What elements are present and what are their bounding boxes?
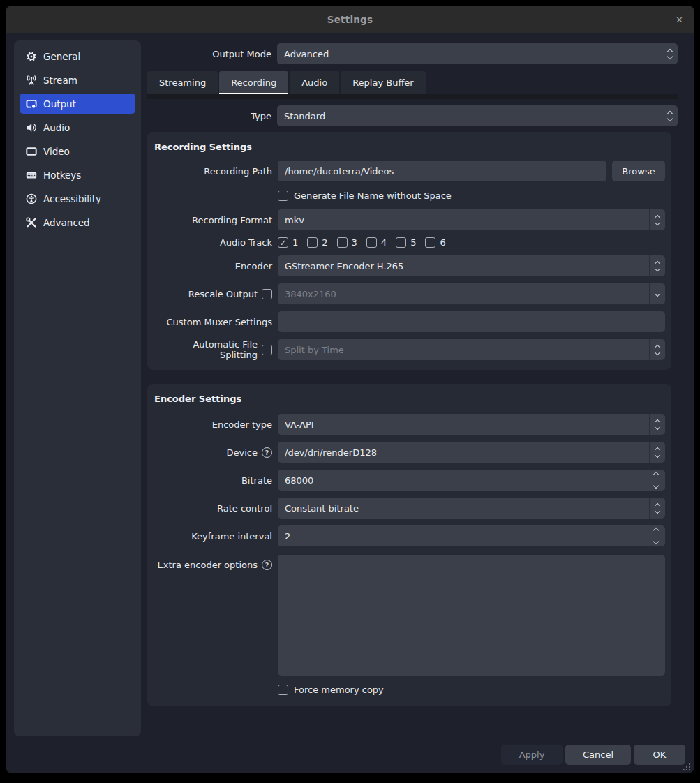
recording-path-input[interactable]: /home/ducoterra/Videos (278, 161, 606, 181)
title-bar: Settings ✕ (6, 6, 694, 33)
rescale-output-row: Rescale Output 3840x2160 (154, 283, 665, 304)
bitrate-spinner[interactable]: 68000 (278, 470, 665, 491)
output-mode-row: Output Mode Advanced (147, 43, 678, 64)
help-icon[interactable]: ? (262, 560, 272, 570)
speaker-icon (26, 122, 37, 133)
sidebar-item-label: Stream (43, 75, 77, 86)
sidebar-item-audio[interactable]: Audio (20, 117, 135, 137)
browse-button[interactable]: Browse (612, 161, 665, 181)
tab-replay-buffer[interactable]: Replay Buffer (341, 71, 426, 94)
recording-format-value: mkv (285, 215, 304, 225)
dropdown-arrows-icon (649, 209, 665, 230)
type-value: Standard (284, 111, 325, 121)
type-label: Type (147, 111, 271, 121)
cancel-button[interactable]: Cancel (565, 745, 631, 765)
tab-recording[interactable]: Recording (219, 71, 288, 94)
audio-track-5[interactable]: 5 (396, 237, 416, 248)
recording-path-label: Recording Path (154, 166, 272, 177)
audio-track-6[interactable]: 6 (425, 237, 445, 248)
force-memory-copy-label: Force memory copy (294, 685, 384, 695)
generate-no-space-checkbox[interactable] (278, 191, 288, 201)
output-mode-label: Output Mode (147, 49, 271, 59)
audio-track-2-checkbox[interactable] (307, 237, 318, 248)
bitrate-value: 68000 (285, 475, 313, 486)
spinner-arrows-icon[interactable] (648, 470, 664, 491)
recording-path-value: /home/ducoterra/Videos (285, 166, 394, 177)
spinner-arrows-icon[interactable] (648, 525, 664, 546)
audio-track-row: Audio Track ✓1 2 3 4 5 6 (154, 237, 665, 248)
audio-track-5-checkbox[interactable] (396, 237, 406, 248)
auto-file-splitting-row: Automatic File Splitting Split by Time (154, 339, 665, 360)
tab-streaming[interactable]: Streaming (147, 71, 218, 94)
rescale-output-checkbox[interactable] (262, 289, 272, 299)
panel-title: Encoder Settings (154, 394, 665, 404)
bitrate-row: Bitrate 68000 (154, 470, 665, 491)
encoder-row: Encoder GStreamer Encoder H.265 (154, 255, 665, 276)
recording-format-row: Recording Format mkv (154, 209, 665, 230)
broadcast-icon (26, 75, 37, 86)
type-select[interactable]: Standard (277, 105, 678, 126)
sidebar-item-label: Accessibility (43, 193, 101, 204)
split-mode-select: Split by Time (278, 339, 665, 360)
sidebar-item-hotkeys[interactable]: Hotkeys (20, 165, 135, 185)
extra-encoder-options-label: Extra encoder options (158, 560, 258, 570)
audio-track-3-checkbox[interactable] (337, 237, 348, 248)
settings-sidebar: General Stream Output Audio Video Hotkey… (14, 40, 141, 736)
tab-strip (147, 94, 678, 99)
sidebar-item-video[interactable]: Video (20, 141, 135, 161)
custom-muxer-row: Custom Muxer Settings (154, 311, 665, 332)
accessibility-icon (26, 193, 37, 204)
generate-no-space-label: Generate File Name without Space (294, 191, 452, 201)
audio-track-4-checkbox[interactable] (366, 237, 377, 248)
rescale-output-label: Rescale Output (188, 289, 258, 299)
keyframe-interval-label: Keyframe interval (154, 531, 272, 542)
sidebar-item-general[interactable]: General (20, 46, 135, 66)
encoder-type-label: Encoder type (154, 419, 272, 430)
output-settings-page: Output Mode Advanced Streaming Recording… (147, 40, 678, 706)
output-icon (26, 98, 37, 110)
apply-button[interactable]: Apply (501, 745, 563, 765)
close-icon[interactable]: ✕ (676, 15, 683, 24)
audio-track-1-checkbox[interactable]: ✓ (278, 237, 288, 248)
audio-track-1[interactable]: ✓1 (278, 237, 298, 248)
dropdown-arrows-icon (662, 105, 678, 126)
audio-track-3[interactable]: 3 (337, 237, 357, 248)
encoder-select[interactable]: GStreamer Encoder H.265 (278, 255, 665, 276)
generate-no-space-row: Generate File Name without Space (154, 191, 665, 201)
dropdown-arrow-icon (649, 283, 665, 304)
keyframe-interval-spinner[interactable]: 2 (278, 525, 665, 546)
sidebar-item-accessibility[interactable]: Accessibility (20, 188, 135, 209)
auto-file-splitting-checkbox[interactable] (262, 345, 272, 355)
encoder-settings-panel: Encoder Settings Encoder type VA-API Dev… (147, 384, 671, 706)
custom-muxer-label: Custom Muxer Settings (154, 317, 272, 327)
monitor-icon (26, 146, 37, 157)
device-row: Device ? /dev/dri/renderD128 (154, 442, 665, 463)
audio-track-4[interactable]: 4 (366, 237, 387, 248)
sidebar-item-advanced[interactable]: Advanced (20, 212, 135, 232)
help-icon[interactable]: ? (262, 447, 272, 458)
encoder-type-select[interactable]: VA-API (278, 414, 665, 435)
device-value: /dev/dri/renderD128 (285, 447, 377, 458)
extra-encoder-options-textarea[interactable] (278, 555, 665, 676)
auto-file-splitting-label: Automatic File Splitting (154, 339, 258, 360)
dialog-footer: Apply Cancel OK (501, 745, 685, 765)
device-select[interactable]: /dev/dri/renderD128 (278, 442, 665, 463)
force-memory-copy-checkbox[interactable] (278, 685, 288, 695)
tab-audio[interactable]: Audio (290, 71, 339, 94)
audio-track-2[interactable]: 2 (307, 237, 327, 248)
audio-track-6-checkbox[interactable] (425, 237, 435, 248)
output-tabs: Streaming Recording Audio Replay Buffer (147, 71, 678, 94)
recording-format-select[interactable]: mkv (278, 209, 665, 230)
sidebar-item-stream[interactable]: Stream (20, 70, 135, 90)
rescale-resolution-select: 3840x2160 (278, 283, 665, 304)
resize-grip[interactable] (683, 763, 691, 771)
dropdown-arrows-icon (649, 498, 665, 519)
sidebar-item-output[interactable]: Output (20, 94, 135, 114)
custom-muxer-input[interactable] (278, 311, 665, 332)
sidebar-item-label: Advanced (43, 217, 90, 228)
output-mode-select[interactable]: Advanced (277, 43, 678, 64)
ok-button[interactable]: OK (634, 745, 685, 765)
audio-track-label: Audio Track (154, 237, 272, 248)
dropdown-arrows-icon (649, 339, 665, 360)
rate-control-select[interactable]: Constant bitrate (278, 498, 665, 519)
